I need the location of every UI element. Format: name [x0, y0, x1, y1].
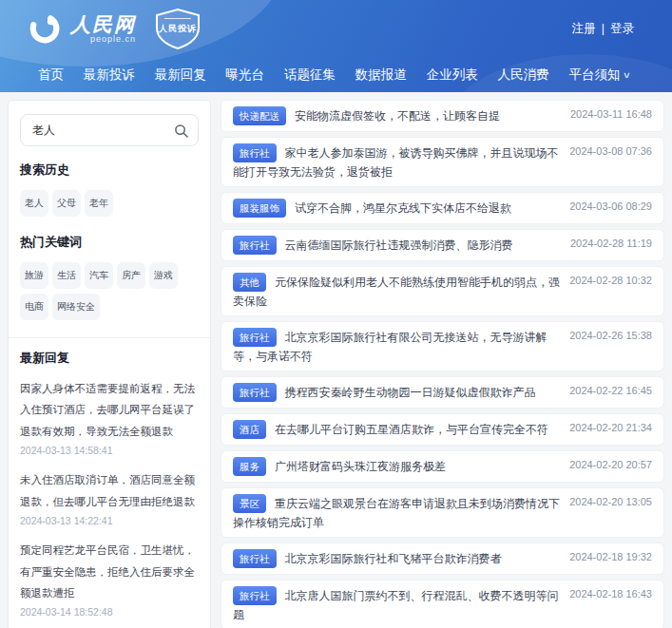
- complaint-title: 家中老人参加泰国游，被诱导购买佛牌，并且说现场不能打开导致无法验货，退货被拒: [233, 146, 559, 179]
- complaint-date: 2024-02-20 21:34: [569, 420, 652, 436]
- hot-keyword-tags: 旅游生活汽车房产游戏电商网络安全: [20, 262, 199, 320]
- complaint-row[interactable]: 2024-02-28 10:32其他元保保险疑似利用老人不能熟练使用智能手机的弱…: [221, 266, 664, 316]
- reply-text: 预定同程艺龙平台民宿，卫生堪忧，有严重安全隐患，拒绝入住后要求全额退款遭拒: [20, 540, 199, 603]
- complaint-row[interactable]: 2024-02-20 21:34酒店在去哪儿平台订购五星酒店欺诈，与平台宣传完全…: [221, 413, 664, 446]
- complaint-row[interactable]: 2024-03-08 07:36旅行社家中老人参加泰国游，被诱导购买佛牌，并且说…: [221, 137, 664, 187]
- category-badge: 服装服饰: [233, 199, 286, 218]
- reply-list: 因家人身体不适需要提前返程，无法入住预订酒店，去哪儿网平台延误了退款有效期，导致…: [20, 378, 199, 628]
- nav-item[interactable]: 最新回复: [155, 67, 206, 84]
- complaint-date: 2024-02-28 11:19: [570, 236, 652, 252]
- complaint-row[interactable]: 2024-03-06 08:29服装服饰试穿不合脚，鸿星尔克线下实体店不给退款: [221, 192, 664, 224]
- shield-label: 人民投诉: [151, 23, 204, 35]
- reply-text: 未入住酒店取消订单，酒店同意全额退款，但去哪儿平台无理由拒绝退款: [20, 469, 199, 512]
- nav-item[interactable]: 首页: [38, 67, 64, 84]
- complaint-date: 2024-03-06 08:29: [569, 199, 652, 215]
- nav-item[interactable]: 曝光台: [226, 67, 265, 84]
- complaint-title: 安能物流虚假签收，不配送，让顾客自提: [295, 109, 500, 123]
- search-box: [20, 114, 199, 146]
- category-badge: 旅行社: [233, 549, 277, 568]
- category-badge: 酒店: [233, 420, 266, 439]
- complaint-title: 北京唐人国旅门票约不到、行程混乱、收费不透明等问题: [233, 589, 559, 621]
- shield-decor-line: [164, 18, 191, 19]
- complaint-row[interactable]: 2024-02-28 11:19旅行社云南德缅国际旅行社违规强制消费、隐形消费: [221, 229, 664, 261]
- complaint-date: 2024-02-28 10:32: [569, 273, 652, 289]
- reply-text: 因家人身体不适需要提前返程，无法入住预订酒店，去哪儿网平台延误了退款有效期，导致…: [20, 378, 199, 442]
- complaint-date: 2024-03-08 07:36: [569, 143, 652, 160]
- hot-keyword-tag[interactable]: 游戏: [149, 262, 178, 289]
- sidebar: 搜索历史 老人父母老年 热门关键词 旅游生活汽车房产游戏电商网络安全 最新回复 …: [8, 100, 211, 628]
- complaint-title: 北京京彩国际旅行社有限公司无接送站，无导游讲解等，与承诺不符: [233, 331, 547, 363]
- complaint-date: 2024-03-11 16:48: [570, 106, 652, 123]
- section-divider: [9, 337, 210, 338]
- complaint-row[interactable]: 2024-02-18 16:43旅行社北京唐人国旅门票约不到、行程混乱、收费不透…: [221, 580, 664, 628]
- complaint-row[interactable]: 2024-02-26 15:38旅行社北京京彩国际旅行社有限公司无接送站，无导游…: [221, 321, 664, 371]
- category-badge: 旅行社: [233, 328, 277, 347]
- reply-timestamp: 2024-03-14 18:52:48: [20, 606, 199, 618]
- complaint-rows: 2024-03-11 16:48快递配送安能物流虚假签收，不配送，让顾客自提20…: [221, 100, 664, 628]
- complaint-title: 元保保险疑似利用老人不能熟练使用智能手机的弱点，强卖保险: [233, 276, 560, 308]
- chevron-down-icon: ∨: [623, 70, 631, 80]
- category-badge: 景区: [233, 494, 266, 513]
- reply-timestamp: 2024-03-13 14:22:41: [20, 515, 199, 526]
- nav-item[interactable]: 最新投诉: [84, 67, 135, 84]
- people-cn-logo[interactable]: 人民网 people.cn: [27, 10, 136, 47]
- hot-keyword-tag[interactable]: 房产: [117, 262, 145, 289]
- complaint-row[interactable]: 2024-02-22 16:45旅行社携程西安秦岭野生动物园一日游疑似虚假欺诈产…: [221, 376, 664, 409]
- brand-name: 人民网: [70, 14, 136, 34]
- complaint-shield-badge: 人民投诉: [151, 7, 204, 50]
- reply-item[interactable]: 未入住酒店取消订单，酒店同意全额退款，但去哪儿平台无理由拒绝退款2024-03-…: [20, 469, 199, 526]
- main-nav: 首页最新投诉最新回复曝光台话题征集数据报道企业列表人民消费平台须知∨: [0, 57, 672, 92]
- nav-item[interactable]: 话题征集: [284, 67, 336, 84]
- complaint-title: 重庆云端之眼观景台在游客申请退款且未到场消费情况下操作核销完成订单: [233, 497, 560, 529]
- history-tag[interactable]: 老年: [85, 190, 113, 217]
- search-icon[interactable]: [174, 124, 188, 138]
- complaint-date: 2024-02-26 15:38: [569, 328, 652, 344]
- latest-replies-heading: 最新回复: [20, 350, 199, 367]
- category-badge: 其他: [233, 273, 266, 292]
- header: 人民网 people.cn 人民投诉 注册 | 登录 首页最新投诉最新回复曝光台…: [0, 0, 672, 92]
- history-tag[interactable]: 老人: [20, 190, 48, 217]
- brand-text: 人民网 people.cn: [70, 14, 136, 44]
- category-badge: 旅行社: [233, 143, 277, 162]
- nav-item[interactable]: 数据报道: [355, 67, 407, 84]
- complaint-title: 试穿不合脚，鸿星尔克线下实体店不给退款: [295, 201, 511, 215]
- category-badge: 服务: [233, 457, 266, 476]
- complaint-row[interactable]: 2024-03-11 16:48快递配送安能物流虚假签收，不配送，让顾客自提: [221, 100, 664, 132]
- history-tag[interactable]: 父母: [52, 190, 81, 217]
- hot-keyword-tag[interactable]: 旅游: [20, 262, 48, 289]
- search-history-heading: 搜索历史: [20, 162, 199, 179]
- complaint-date: 2024-02-20 13:05: [569, 494, 652, 510]
- content-area: 搜索历史 老人父母老年 热门关键词 旅游生活汽车房产游戏电商网络安全 最新回复 …: [0, 92, 672, 628]
- category-badge: 旅行社: [233, 586, 277, 605]
- hot-keyword-tag[interactable]: 电商: [20, 294, 48, 320]
- hot-keyword-tag[interactable]: 生活: [52, 262, 81, 289]
- hot-keywords-heading: 热门关键词: [20, 234, 199, 251]
- complaint-row[interactable]: 2024-02-20 13:05景区重庆云端之眼观景台在游客申请退款且未到场消费…: [221, 487, 664, 538]
- hot-keyword-tag[interactable]: 网络安全: [52, 294, 100, 320]
- people-cn-swirl-icon: [27, 10, 63, 47]
- nav-item[interactable]: 人民消费: [498, 67, 549, 84]
- header-top: 人民网 people.cn 人民投诉 注册 | 登录: [0, 0, 672, 57]
- complaint-date: 2024-02-20 20:57: [569, 457, 652, 473]
- register-link[interactable]: 注册: [572, 21, 596, 37]
- category-badge: 旅行社: [233, 236, 277, 255]
- nav-item[interactable]: 平台须知∨: [568, 67, 630, 84]
- complaint-title: 携程西安秦岭野生动物园一日游疑似虚假欺诈产品: [285, 386, 536, 399]
- complaint-title: 在去哪儿平台订购五星酒店欺诈，与平台宣传完全不符: [275, 423, 548, 436]
- category-badge: 旅行社: [233, 383, 277, 402]
- login-link[interactable]: 登录: [610, 21, 634, 37]
- search-history-tags: 老人父母老年: [20, 190, 199, 217]
- hot-keyword-tag[interactable]: 汽车: [85, 262, 113, 289]
- complaint-row[interactable]: 2024-02-20 20:57服务广州塔财富码头珠江夜游服务极差: [221, 450, 664, 483]
- complaint-date: 2024-02-18 16:43: [569, 586, 652, 602]
- complaint-title: 云南德缅国际旅行社违规强制消费、隐形消费: [285, 238, 513, 252]
- complaint-title: 北京京彩国际旅行社和飞猪平台欺诈消费者: [285, 552, 502, 565]
- auth-links: 注册 | 登录: [572, 21, 634, 37]
- auth-divider: |: [602, 22, 605, 35]
- complaint-date: 2024-02-22 16:45: [569, 383, 652, 399]
- reply-timestamp: 2024-03-13 14:58:41: [20, 445, 199, 456]
- reply-item[interactable]: 预定同程艺龙平台民宿，卫生堪忧，有严重安全隐患，拒绝入住后要求全额退款遭拒202…: [20, 540, 199, 618]
- nav-item[interactable]: 企业列表: [427, 67, 478, 84]
- complaint-row[interactable]: 2024-02-18 19:32旅行社北京京彩国际旅行社和飞猪平台欺诈消费者: [221, 542, 664, 575]
- reply-item[interactable]: 因家人身体不适需要提前返程，无法入住预订酒店，去哪儿网平台延误了退款有效期，导致…: [20, 378, 199, 456]
